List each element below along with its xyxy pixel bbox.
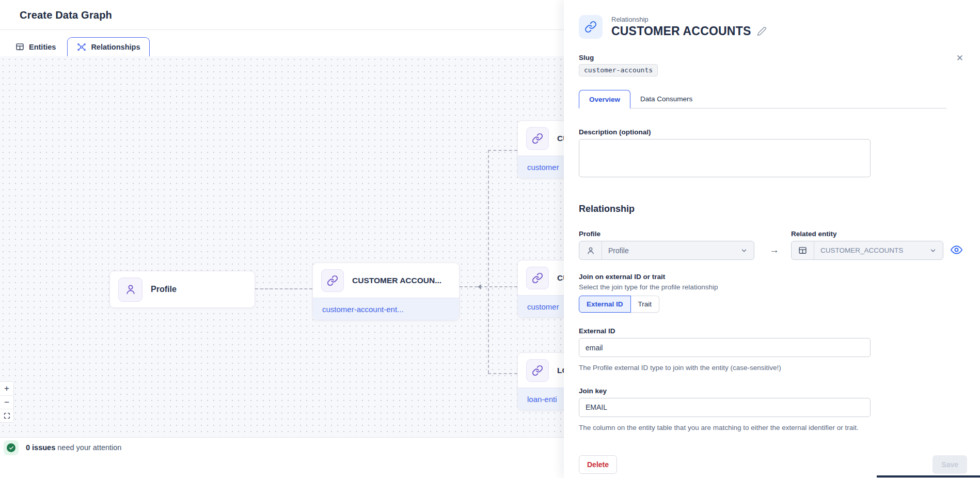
slug-label: Slug: [579, 54, 980, 61]
arrow-right-icon: →: [769, 244, 779, 256]
network-icon: [77, 42, 86, 52]
relationship-section-title: Relationship: [579, 204, 980, 214]
node-partial-mid[interactable]: CU customer: [517, 260, 564, 318]
edge-branch-bottom: [488, 373, 517, 374]
status-success-icon: [4, 440, 19, 455]
link-icon: [526, 267, 549, 289]
join-type-help: Select the join type for the profile rel…: [579, 283, 980, 291]
panel-header: Relationship CUSTOMER ACCOUNTS: [579, 15, 980, 39]
chevron-down-icon: [740, 247, 754, 254]
table-icon: [792, 241, 814, 259]
status-issue-count: 0 issues: [26, 443, 55, 452]
save-button[interactable]: Save: [932, 455, 967, 474]
tab-relationships-label: Relationships: [91, 43, 140, 51]
bottom-dark-edge: [877, 475, 980, 477]
edge-trunk: [488, 150, 489, 373]
close-icon[interactable]: ✕: [956, 54, 963, 63]
fullscreen-button[interactable]: [0, 409, 13, 422]
preview-eye-icon[interactable]: [951, 244, 962, 256]
node-profile-label: Profile: [151, 285, 177, 294]
external-id-help: The Profile external ID type to join wit…: [579, 362, 868, 374]
node-slug-link[interactable]: loan-enti: [527, 395, 557, 404]
graph-canvas[interactable]: Profile CUSTOMER ACCOUN... customer-acco…: [0, 56, 564, 437]
tab-entities[interactable]: Entities: [6, 37, 65, 56]
related-entity-select[interactable]: CUSTOMER_ACCOUNTS: [791, 241, 943, 260]
node-slug-link[interactable]: customer-account-ent...: [322, 305, 404, 314]
link-icon: [579, 15, 603, 39]
segment-external-id[interactable]: External ID: [579, 296, 631, 313]
node-title: LO: [557, 366, 564, 375]
description-textarea[interactable]: [579, 139, 871, 177]
status-bar: 0 issues need your attention: [0, 437, 564, 478]
join-type-segmented-control: External ID Trait: [579, 296, 659, 313]
profile-select[interactable]: Profile: [579, 241, 754, 260]
status-message: 0 issues need your attention: [26, 440, 121, 455]
join-key-label: Join key: [579, 387, 980, 395]
edge-arrowhead: [478, 284, 481, 289]
segment-trait[interactable]: Trait: [631, 296, 660, 313]
table-icon: [15, 42, 24, 51]
tab-relationships[interactable]: Relationships: [67, 37, 150, 56]
node-partial-top[interactable]: CU customer: [517, 120, 564, 178]
slug-value: customer-accounts: [579, 64, 658, 76]
panel-type-label: Relationship: [611, 16, 767, 23]
tab-data-consumers[interactable]: Data Consumers: [630, 90, 702, 109]
relationship-detail-panel: ✕ Relationship CUSTOMER ACCOUNTS: [564, 0, 980, 478]
person-icon: [579, 241, 602, 259]
related-entity-value: CUSTOMER_ACCOUNTS: [814, 246, 929, 254]
node-slug-link[interactable]: customer: [527, 302, 559, 311]
profile-field-label: Profile: [579, 230, 754, 238]
external-id-label: External ID: [579, 327, 980, 335]
link-icon: [526, 127, 549, 150]
node-title: CUSTOMER ACCOUN...: [352, 276, 441, 285]
canvas-zoom-controls: + −: [0, 381, 14, 423]
join-type-label: Join on external ID or trait: [579, 273, 980, 281]
tab-entities-label: Entities: [29, 43, 56, 51]
person-icon: [118, 277, 143, 302]
zoom-out-button[interactable]: −: [0, 395, 13, 409]
node-profile[interactable]: Profile: [109, 271, 255, 308]
link-icon: [526, 359, 549, 382]
profile-select-value: Profile: [602, 246, 740, 255]
edit-title-icon[interactable]: [757, 26, 767, 36]
node-customer-accounts[interactable]: CUSTOMER ACCOUN... customer-account-ent.…: [312, 263, 460, 320]
node-title: CU: [557, 134, 564, 143]
link-icon: [321, 269, 344, 292]
chevron-down-icon: [929, 247, 943, 254]
panel-title: CUSTOMER ACCOUNTS: [611, 24, 751, 38]
node-partial-loan[interactable]: LO loan-enti: [517, 352, 564, 410]
external-id-input[interactable]: [579, 338, 871, 357]
edge-profile-to-customer-accounts: [255, 288, 312, 289]
join-key-input[interactable]: [579, 398, 871, 417]
description-label: Description (optional): [579, 128, 980, 136]
related-entity-label: Related entity: [791, 230, 943, 238]
panel-tabs: Overview Data Consumers: [579, 90, 946, 109]
node-title: CU: [557, 273, 564, 283]
main-tabbar: Entities Relationships: [0, 30, 564, 56]
edge-branch-top: [488, 150, 517, 151]
node-slug-link[interactable]: customer: [527, 163, 559, 172]
zoom-in-button[interactable]: +: [0, 382, 13, 395]
join-key-help: The column on the entity table that you …: [579, 422, 868, 434]
delete-button[interactable]: Delete: [579, 455, 617, 474]
tab-overview[interactable]: Overview: [579, 90, 630, 109]
